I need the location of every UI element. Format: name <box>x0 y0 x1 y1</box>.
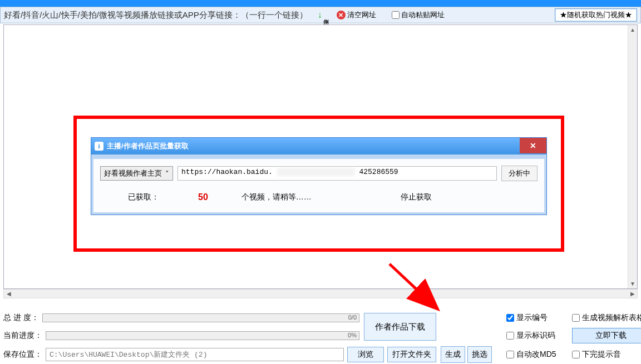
fetched-count: 50 <box>198 192 208 202</box>
done-sound-input[interactable] <box>572 351 580 358</box>
dialog-close-button[interactable]: ✕ <box>520 138 546 153</box>
current-progress-bar: 0% <box>46 331 359 340</box>
done-sound-label: 下完提示音 <box>582 350 621 360</box>
auto-paste-input[interactable] <box>392 11 400 19</box>
show-index-label: 显示编号 <box>516 313 548 323</box>
total-progress-bar: 0/0 <box>42 313 359 322</box>
info-icon: i <box>95 142 103 151</box>
bottom-panel: 总 进 度： 0/0 作者作品下载 显示编号 生成视频解析表格 当前进度： 0%… <box>3 308 638 363</box>
done-sound-checkbox[interactable]: 下完提示音 <box>572 350 641 360</box>
close-circle-icon: ✕ <box>337 11 346 19</box>
scroll-down-icon[interactable]: ▼ <box>628 279 637 288</box>
dialog-title-text: 主播/作者作品页批量获取 <box>107 141 189 151</box>
current-progress-label: 当前进度： <box>3 331 42 341</box>
author-url-input[interactable]: https://haokan.baidu. 425286559 <box>177 166 497 181</box>
dialog-titlebar[interactable]: i 主播/作者作品页批量获取 ✕ <box>91 138 546 154</box>
batch-fetch-dialog: i 主播/作者作品页批量获取 ✕ 好看视频作者主页 ˅ https://haok… <box>91 137 547 215</box>
show-code-input[interactable] <box>506 332 514 340</box>
fetched-label: 已获取： <box>128 192 159 202</box>
dialog-body: 好看视频作者主页 ˅ https://haokan.baidu. 4252865… <box>91 154 546 215</box>
analyze-button[interactable]: 分析中 <box>501 166 538 181</box>
gen-table-input[interactable] <box>572 314 580 322</box>
horizontal-scrollbar[interactable]: ◀ ▶ <box>3 289 638 298</box>
current-progress-text: 0% <box>348 332 357 338</box>
window-titlebar <box>0 0 641 7</box>
scroll-right-icon[interactable]: ▶ <box>628 290 637 298</box>
arrow-down-icon: ↓ <box>318 10 322 20</box>
browse-button[interactable]: 浏览 <box>347 347 384 362</box>
gen-table-checkbox[interactable]: 生成视频解析表格 <box>572 313 641 323</box>
chevron-down-icon: ˅ <box>165 169 169 178</box>
pick-button[interactable]: 挑选 <box>467 346 492 363</box>
save-path-input[interactable] <box>46 348 344 361</box>
show-index-checkbox[interactable]: 显示编号 <box>506 313 568 323</box>
total-progress-label: 总 进 度： <box>3 313 39 323</box>
vertical-scrollbar[interactable]: ▲ ▼ <box>628 25 637 288</box>
save-path-label: 保存位置： <box>3 350 42 360</box>
auto-md5-label: 自动改MD5 <box>516 350 556 360</box>
show-code-label: 显示标识码 <box>516 331 555 341</box>
clear-label: 清空网址 <box>347 10 376 20</box>
url-hint-text: 好看/抖音/火山/快手/美拍/微视等视频播放链接或APP分享链接：（一行一个链接… <box>4 10 308 21</box>
download-now-button[interactable]: 立即下载 <box>572 328 641 343</box>
auto-md5-input[interactable] <box>506 351 514 358</box>
total-progress-text: 0/0 <box>348 314 357 321</box>
open-folder-button[interactable]: 打开文件夹 <box>387 347 436 362</box>
auto-md5-checkbox[interactable]: 自动改MD5 <box>506 350 568 360</box>
show-code-checkbox[interactable]: 显示标识码 <box>506 331 568 341</box>
url-redacted <box>277 168 355 176</box>
scroll-up-icon[interactable]: ▲ <box>628 25 637 34</box>
random-hot-video-button[interactable]: ★随机获取热门视频★ <box>555 8 637 22</box>
author-works-download-button[interactable]: 作者作品下载 <box>364 313 436 341</box>
gen-table-label: 生成视频解析表格 <box>582 313 641 323</box>
toolbar: 好看/抖音/火山/快手/美拍/微视等视频播放链接或APP分享链接：（一行一个链接… <box>0 7 641 23</box>
clear-urls-button[interactable]: ✕ 清空网址 <box>337 10 376 20</box>
auto-paste-checkbox[interactable]: 自动粘贴网址 <box>392 10 445 20</box>
url-prefix: https://haokan.baidu. <box>181 168 273 176</box>
source-select[interactable]: 好看视频作者主页 ˅ <box>100 166 173 181</box>
source-select-value: 好看视频作者主页 <box>104 168 162 178</box>
stop-fetch-button[interactable]: 停止获取 <box>401 192 432 202</box>
show-index-input[interactable] <box>506 314 514 322</box>
sort-button[interactable]: ↓ 倒序 <box>318 10 329 20</box>
generate-button[interactable]: 生成 <box>441 346 465 363</box>
url-suffix: 425286559 <box>359 168 398 176</box>
auto-paste-label: 自动粘贴网址 <box>401 10 445 20</box>
wait-label: 个视频，请稍等…… <box>241 192 312 202</box>
scroll-left-icon[interactable]: ◀ <box>4 290 13 298</box>
